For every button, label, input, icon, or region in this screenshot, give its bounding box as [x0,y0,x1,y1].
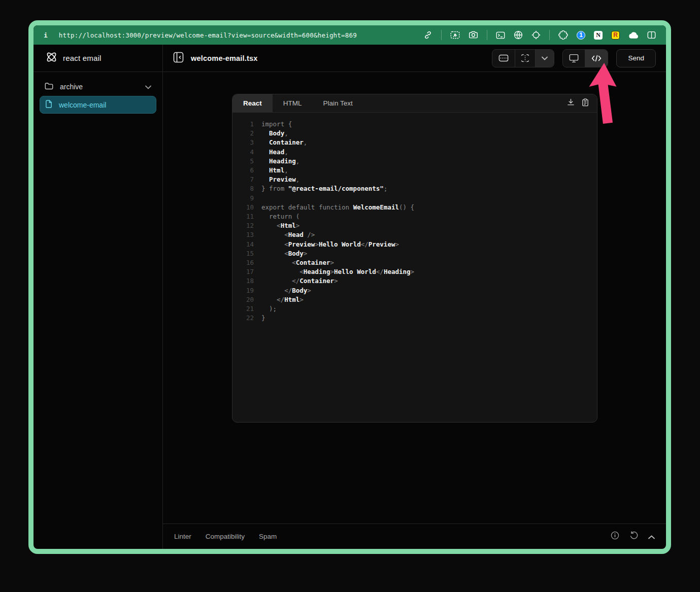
screenshot-icon[interactable] [450,31,460,39]
preview-view-button[interactable] [563,50,585,67]
app-frame: i http://localhost:3000/preview/welcome-… [34,25,666,549]
toolbar-divider [487,30,487,40]
tab-linter[interactable]: Linter [174,533,191,540]
sidebar-header: react email [34,45,162,72]
toolbar-divider [549,30,550,40]
url-text[interactable]: http://localhost:3000/preview/welcome-em… [59,31,357,39]
code-line: 7 Preview, [239,175,597,184]
site-info-icon[interactable]: i [44,31,48,39]
code-line: 17 <Heading>Hello World</Heading> [239,267,597,276]
camera-icon[interactable] [469,31,478,39]
browser-toolbar-icons: 1 N R [423,30,656,40]
content-area: React HTML Plain Text [163,72,666,524]
chevron-down-icon[interactable] [145,83,151,91]
main-panel: welcome-email.tsx [163,45,666,549]
info-icon[interactable] [611,531,619,542]
tab-spam[interactable]: Spam [259,533,277,540]
onepassword-icon[interactable]: 1 [577,31,585,40]
browser-window: i http://localhost:3000/preview/welcome-… [28,20,671,554]
view-mode-toggle [562,49,608,67]
notion-icon[interactable]: N [594,31,603,40]
chevron-up-icon[interactable] [648,532,655,541]
code-line: 15 <Body> [239,249,597,258]
copy-clipboard-icon[interactable] [582,98,589,109]
code-panel: React HTML Plain Text [232,94,597,423]
toolbar-divider [441,30,442,40]
sidebar: react email archive [34,45,163,549]
download-icon[interactable] [567,98,575,108]
code-line: 3 Container, [239,138,597,147]
tab-react[interactable]: React [232,94,273,112]
code-line: 16 <Container> [239,258,597,267]
code-view-tabs: React HTML Plain Text [232,94,597,113]
code-line: 9 [239,194,597,203]
split-view-icon[interactable] [647,31,656,39]
page-title-filename: welcome-email.tsx [191,54,258,62]
file-icon [45,100,52,110]
tab-compatibility[interactable]: Compatibility [206,533,245,540]
code-line: 2 Body, [239,129,597,138]
viewport-width-button[interactable] [492,50,515,67]
code-line: 10export default function WelcomeEmail()… [239,203,597,212]
code-line: 1import { [239,120,597,129]
code-line: 11 return ( [239,212,597,221]
puzzle-icon[interactable] [558,30,568,40]
code-line: 6 Html, [239,166,597,175]
code-line: 5 Heading, [239,157,597,166]
cloud-icon[interactable] [628,31,639,39]
code-line: 14 <Preview>Hello World</Preview> [239,240,597,249]
folder-label: archive [60,83,83,91]
code-line: 13 <Head /> [239,230,597,239]
send-button[interactable]: Send [616,49,656,67]
react-email-logo-icon [46,51,57,65]
status-bar: Linter Compatibility Spam [163,524,666,549]
globe-icon[interactable] [514,30,523,40]
sidebar-folder-archive[interactable]: archive [40,79,156,94]
viewport-height-button[interactable] [515,50,535,67]
refresh-icon[interactable] [629,531,638,542]
viewport-controls [492,49,554,67]
tab-plain-text[interactable]: Plain Text [313,94,363,112]
viewport-dropdown-button[interactable] [535,50,554,67]
terminal-icon[interactable] [496,31,505,39]
code-line: 18 </Container> [239,276,597,286]
r-extension-icon[interactable]: R [611,31,620,40]
code-line: 12 <Html> [239,221,597,230]
code-line: 20 </Html> [239,295,597,304]
sidebar-nav: archive welcome-email [34,72,162,121]
browser-url-bar[interactable]: i http://localhost:3000/preview/welcome-… [34,25,666,45]
tab-html[interactable]: HTML [273,94,313,112]
code-lines[interactable]: 1import {2 Body,3 Container,4 Head,5 Hea… [232,113,597,422]
target-icon[interactable] [531,30,541,40]
app-title: react email [63,54,102,62]
code-line: 19 </Body> [239,286,597,295]
code-line: 4 Head, [239,148,597,157]
code-line: 8} from "@react-email/components"; [239,184,597,193]
folder-icon [45,82,53,91]
sidebar-item-welcome-email[interactable]: welcome-email [40,96,156,114]
source-code-view-button[interactable] [585,50,608,67]
sidebar-item-label: welcome-email [59,101,106,109]
code-line: 22} [239,314,597,323]
link-icon[interactable] [423,30,432,40]
sidebar-toggle-icon[interactable] [173,52,184,65]
code-line: 21 ); [239,304,597,314]
main-header: welcome-email.tsx [163,45,666,72]
